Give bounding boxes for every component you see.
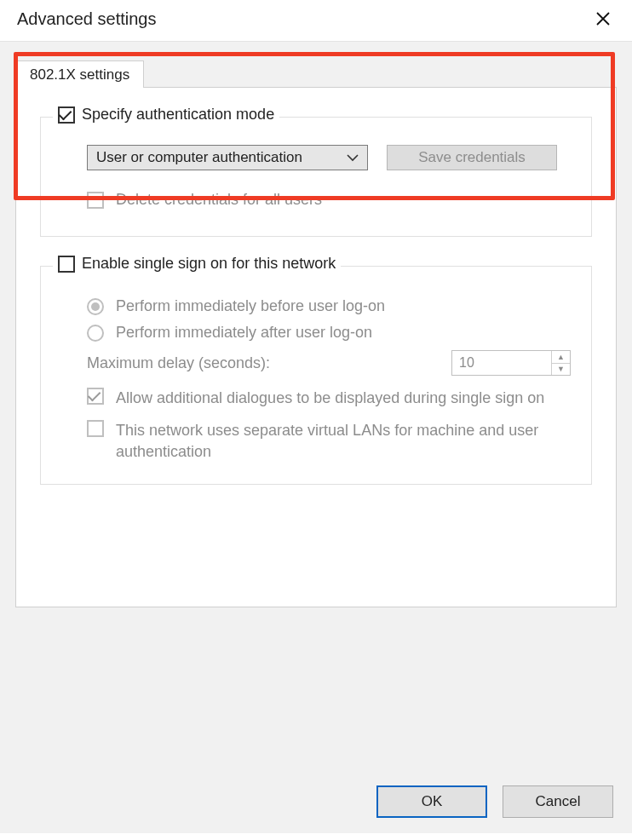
sso-legend: Enable single sign on for this network	[53, 255, 341, 273]
sso-allow-dialogs-checkbox[interactable]	[87, 388, 104, 405]
tab-page: Specify authentication mode User or comp…	[15, 88, 617, 607]
auth-mode-group: Specify authentication mode User or comp…	[40, 117, 592, 237]
enable-sso-label: Enable single sign on for this network	[82, 255, 336, 273]
advanced-settings-dialog: Advanced settings 802.1X settings Specif…	[0, 0, 632, 840]
sso-before-row: Perform immediately before user log-on	[61, 297, 571, 315]
sso-vlan-row: This network uses separate virtual LANs …	[61, 420, 571, 462]
auth-mode-legend: Specify authentication mode	[53, 106, 279, 124]
save-credentials-button[interactable]: Save credentials	[387, 145, 557, 170]
enable-sso-checkbox[interactable]	[58, 256, 75, 273]
sso-delay-row: Maximum delay (seconds): 10 ▲ ▼	[61, 350, 571, 376]
tab-8021x[interactable]: 802.1X settings	[15, 60, 144, 89]
save-credentials-label: Save credentials	[418, 149, 526, 166]
tab-label: 802.1X settings	[30, 66, 129, 83]
close-button[interactable]	[586, 5, 620, 32]
sso-before-label: Perform immediately before user log-on	[116, 297, 385, 315]
specify-auth-mode-label: Specify authentication mode	[82, 106, 274, 124]
sso-allow-dialogs-label: Allow additional dialogues to be display…	[116, 388, 544, 408]
close-icon	[595, 11, 611, 26]
cancel-button[interactable]: Cancel	[503, 785, 613, 818]
sso-delay-label: Maximum delay (seconds):	[87, 354, 270, 372]
sso-vlan-label: This network uses separate virtual LANs …	[116, 420, 571, 462]
ok-button[interactable]: OK	[376, 785, 487, 818]
spinner-buttons: ▲ ▼	[551, 351, 570, 375]
sso-after-radio[interactable]	[87, 325, 104, 342]
sso-after-label: Perform immediately after user log-on	[116, 324, 372, 342]
sso-delay-spinner[interactable]: 10 ▲ ▼	[451, 350, 571, 376]
spinner-down-icon[interactable]: ▼	[552, 364, 570, 376]
client-area: 802.1X settings Specify authentication m…	[0, 41, 632, 833]
sso-after-row: Perform immediately after user log-on	[61, 324, 571, 342]
auth-mode-row: User or computer authentication Save cre…	[61, 145, 571, 170]
dialog-title: Advanced settings	[17, 9, 156, 29]
title-bar: Advanced settings	[0, 0, 632, 41]
sso-before-radio[interactable]	[87, 298, 104, 315]
delete-credentials-checkbox[interactable]	[87, 192, 104, 209]
ok-label: OK	[422, 793, 443, 810]
chevron-down-icon	[347, 153, 359, 162]
auth-mode-value: User or computer authentication	[96, 149, 302, 166]
cancel-label: Cancel	[536, 793, 581, 810]
tab-strip: 802.1X settings	[15, 57, 617, 88]
specify-auth-mode-checkbox[interactable]	[58, 106, 75, 124]
delete-credentials-label: Delete credentials for all users	[116, 191, 322, 209]
sso-delay-value: 10	[452, 351, 551, 375]
delete-credentials-row: Delete credentials for all users	[61, 191, 571, 209]
sso-vlan-checkbox[interactable]	[87, 420, 104, 437]
auth-mode-combo[interactable]: User or computer authentication	[87, 145, 368, 170]
dialog-footer: OK Cancel	[376, 785, 613, 818]
sso-group: Enable single sign on for this network P…	[40, 266, 592, 485]
spinner-up-icon[interactable]: ▲	[552, 351, 570, 364]
sso-allow-dialogs-row: Allow additional dialogues to be display…	[61, 388, 571, 408]
